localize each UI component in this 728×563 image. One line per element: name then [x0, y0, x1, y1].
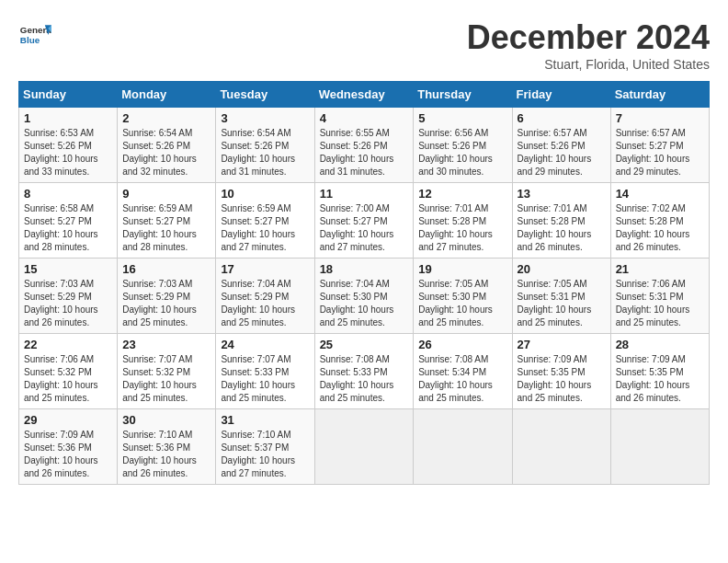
day-number: 24: [221, 338, 309, 351]
day-number: 29: [24, 413, 112, 427]
day-info: Sunrise: 6:57 AM Sunset: 5:26 PM Dayligh…: [518, 127, 606, 178]
day-cell: 16Sunrise: 7:03 AM Sunset: 5:29 PM Dayli…: [118, 259, 216, 334]
day-info: Sunrise: 7:01 AM Sunset: 5:28 PM Dayligh…: [518, 202, 606, 254]
day-cell: [314, 409, 414, 485]
day-number: 11: [320, 187, 409, 201]
day-number: 27: [518, 338, 606, 351]
day-number: 5: [418, 111, 506, 125]
weekday-header-wednesday: Wednesday: [314, 82, 414, 108]
weekday-header-saturday: Saturday: [610, 82, 709, 108]
day-cell: 14Sunrise: 7:02 AM Sunset: 5:28 PM Dayli…: [610, 183, 709, 259]
weekday-header-sunday: Sunday: [19, 82, 118, 108]
day-cell: 6Sunrise: 6:57 AM Sunset: 5:26 PM Daylig…: [512, 108, 610, 183]
day-number: 26: [418, 338, 506, 351]
day-info: Sunrise: 7:05 AM Sunset: 5:30 PM Dayligh…: [418, 278, 506, 329]
day-cell: [512, 409, 610, 485]
day-number: 2: [122, 111, 210, 125]
day-info: Sunrise: 7:08 AM Sunset: 5:34 PM Dayligh…: [418, 353, 506, 405]
day-info: Sunrise: 6:59 AM Sunset: 5:27 PM Dayligh…: [221, 202, 309, 254]
day-number: 6: [518, 111, 606, 125]
day-cell: 28Sunrise: 7:09 AM Sunset: 5:35 PM Dayli…: [610, 334, 709, 409]
day-number: 20: [518, 262, 606, 276]
week-row-1: 1Sunrise: 6:53 AM Sunset: 5:26 PM Daylig…: [19, 108, 710, 183]
day-info: Sunrise: 7:09 AM Sunset: 5:35 PM Dayligh…: [518, 353, 606, 405]
day-number: 23: [122, 338, 210, 351]
day-info: Sunrise: 7:09 AM Sunset: 5:36 PM Dayligh…: [24, 429, 112, 480]
day-cell: 9Sunrise: 6:59 AM Sunset: 5:27 PM Daylig…: [118, 183, 216, 259]
day-number: 1: [24, 111, 112, 125]
calendar: SundayMondayTuesdayWednesdayThursdayFrid…: [18, 81, 710, 485]
day-number: 31: [221, 413, 309, 427]
day-cell: 1Sunrise: 6:53 AM Sunset: 5:26 PM Daylig…: [19, 108, 118, 183]
day-info: Sunrise: 7:05 AM Sunset: 5:31 PM Dayligh…: [518, 278, 606, 329]
day-number: 22: [24, 338, 112, 351]
day-number: 16: [122, 262, 210, 276]
day-cell: 20Sunrise: 7:05 AM Sunset: 5:31 PM Dayli…: [512, 259, 610, 334]
day-info: Sunrise: 6:57 AM Sunset: 5:27 PM Dayligh…: [616, 127, 704, 178]
day-number: 4: [320, 111, 409, 125]
day-cell: 10Sunrise: 6:59 AM Sunset: 5:27 PM Dayli…: [216, 183, 314, 259]
day-cell: 23Sunrise: 7:07 AM Sunset: 5:32 PM Dayli…: [118, 334, 216, 409]
day-number: 19: [418, 262, 506, 276]
day-cell: 12Sunrise: 7:01 AM Sunset: 5:28 PM Dayli…: [414, 183, 512, 259]
page-header: General Blue December 2024 Stuart, Flori…: [18, 18, 710, 72]
day-cell: 4Sunrise: 6:55 AM Sunset: 5:26 PM Daylig…: [314, 108, 414, 183]
logo: General Blue: [18, 18, 51, 52]
day-info: Sunrise: 7:10 AM Sunset: 5:37 PM Dayligh…: [221, 429, 309, 480]
day-cell: 21Sunrise: 7:06 AM Sunset: 5:31 PM Dayli…: [610, 259, 709, 334]
day-info: Sunrise: 6:59 AM Sunset: 5:27 PM Dayligh…: [122, 202, 210, 254]
svg-text:Blue: Blue: [20, 35, 40, 45]
day-info: Sunrise: 7:06 AM Sunset: 5:32 PM Dayligh…: [24, 353, 112, 405]
day-cell: [610, 409, 709, 485]
week-row-4: 22Sunrise: 7:06 AM Sunset: 5:32 PM Dayli…: [19, 334, 710, 409]
day-cell: 30Sunrise: 7:10 AM Sunset: 5:36 PM Dayli…: [118, 409, 216, 485]
day-cell: 18Sunrise: 7:04 AM Sunset: 5:30 PM Dayli…: [314, 259, 414, 334]
day-number: 9: [122, 187, 210, 201]
day-cell: 8Sunrise: 6:58 AM Sunset: 5:27 PM Daylig…: [19, 183, 118, 259]
day-number: 14: [616, 187, 704, 201]
day-info: Sunrise: 6:55 AM Sunset: 5:26 PM Dayligh…: [320, 127, 409, 178]
day-cell: 27Sunrise: 7:09 AM Sunset: 5:35 PM Dayli…: [512, 334, 610, 409]
day-info: Sunrise: 6:56 AM Sunset: 5:26 PM Dayligh…: [418, 127, 506, 178]
day-number: 7: [616, 111, 704, 125]
day-info: Sunrise: 7:07 AM Sunset: 5:32 PM Dayligh…: [122, 353, 210, 405]
day-info: Sunrise: 7:04 AM Sunset: 5:30 PM Dayligh…: [320, 278, 409, 329]
day-info: Sunrise: 6:53 AM Sunset: 5:26 PM Dayligh…: [24, 127, 112, 178]
day-info: Sunrise: 7:06 AM Sunset: 5:31 PM Dayligh…: [616, 278, 704, 329]
weekday-header-thursday: Thursday: [414, 82, 512, 108]
day-cell: [414, 409, 512, 485]
logo-icon: General Blue: [18, 18, 51, 52]
day-cell: 3Sunrise: 6:54 AM Sunset: 5:26 PM Daylig…: [216, 108, 314, 183]
day-info: Sunrise: 6:54 AM Sunset: 5:26 PM Dayligh…: [221, 127, 309, 178]
day-info: Sunrise: 7:03 AM Sunset: 5:29 PM Dayligh…: [122, 278, 210, 329]
day-cell: 5Sunrise: 6:56 AM Sunset: 5:26 PM Daylig…: [414, 108, 512, 183]
weekday-header-tuesday: Tuesday: [216, 82, 314, 108]
day-number: 13: [518, 187, 606, 201]
day-info: Sunrise: 7:01 AM Sunset: 5:28 PM Dayligh…: [418, 202, 506, 254]
day-number: 10: [221, 187, 309, 201]
day-info: Sunrise: 6:54 AM Sunset: 5:26 PM Dayligh…: [122, 127, 210, 178]
day-cell: 11Sunrise: 7:00 AM Sunset: 5:27 PM Dayli…: [314, 183, 414, 259]
day-number: 25: [320, 338, 409, 351]
day-number: 17: [221, 262, 309, 276]
day-cell: 15Sunrise: 7:03 AM Sunset: 5:29 PM Dayli…: [19, 259, 118, 334]
day-info: Sunrise: 6:58 AM Sunset: 5:27 PM Dayligh…: [24, 202, 112, 254]
week-row-5: 29Sunrise: 7:09 AM Sunset: 5:36 PM Dayli…: [19, 409, 710, 485]
day-info: Sunrise: 7:09 AM Sunset: 5:35 PM Dayligh…: [616, 353, 704, 405]
weekday-header-friday: Friday: [512, 82, 610, 108]
week-row-3: 15Sunrise: 7:03 AM Sunset: 5:29 PM Dayli…: [19, 259, 710, 334]
day-number: 8: [24, 187, 112, 201]
day-number: 18: [320, 262, 409, 276]
day-cell: 7Sunrise: 6:57 AM Sunset: 5:27 PM Daylig…: [610, 108, 709, 183]
day-cell: 25Sunrise: 7:08 AM Sunset: 5:33 PM Dayli…: [314, 334, 414, 409]
day-cell: 19Sunrise: 7:05 AM Sunset: 5:30 PM Dayli…: [414, 259, 512, 334]
day-number: 30: [122, 413, 210, 427]
day-info: Sunrise: 7:08 AM Sunset: 5:33 PM Dayligh…: [320, 353, 409, 405]
day-cell: 26Sunrise: 7:08 AM Sunset: 5:34 PM Dayli…: [414, 334, 512, 409]
day-cell: 22Sunrise: 7:06 AM Sunset: 5:32 PM Dayli…: [19, 334, 118, 409]
day-info: Sunrise: 7:02 AM Sunset: 5:28 PM Dayligh…: [616, 202, 704, 254]
day-info: Sunrise: 7:04 AM Sunset: 5:29 PM Dayligh…: [221, 278, 309, 329]
day-cell: 17Sunrise: 7:04 AM Sunset: 5:29 PM Dayli…: [216, 259, 314, 334]
weekday-header-row: SundayMondayTuesdayWednesdayThursdayFrid…: [19, 82, 710, 108]
day-number: 3: [221, 111, 309, 125]
